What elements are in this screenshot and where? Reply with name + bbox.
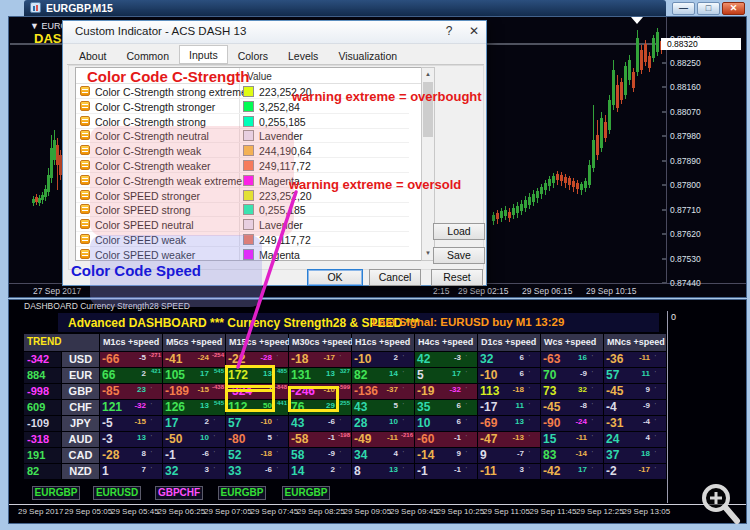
speed-value: 13 [326,369,335,378]
parameter-icon [80,190,90,200]
scroll-up-icon[interactable]: ▲ [422,68,434,81]
cs-value: 34 [354,448,367,463]
speed-tick: ' [655,450,656,456]
max-speed-value: -848 [275,384,287,390]
speed-tick: ' [214,418,215,424]
speed-value: -1 [454,433,461,442]
cs-value: -63 [543,352,560,367]
cs-value: -4 [606,400,617,415]
strength-cell-AUD: -47-13' [478,432,540,447]
symbol-button-eurusd[interactable]: EURUSD [93,486,141,500]
cancel-button[interactable]: Cancel [369,269,421,286]
speed-tick: ' [277,354,278,360]
speed-tick: ' [655,402,656,408]
speed-value: 50 [263,401,272,410]
speed-value: -5 [139,353,146,362]
cs-value: -90 [543,416,560,431]
tab-visualization[interactable]: Visualization [328,46,407,65]
speed-value: -37 [386,385,398,394]
tab-common[interactable]: Common [116,46,179,65]
timestamp: 29 Sep 12:25 [576,507,624,516]
strength-cell-NZD: -2-17' [604,464,666,479]
cs-value: -69 [480,416,497,431]
symbol-button-eurgbp[interactable]: EURGBP [282,486,330,500]
speed-tick: ' [403,418,404,424]
cs-value: -17 [480,400,497,415]
save-button[interactable]: Save [433,247,485,264]
parameter-icon [80,204,90,214]
strength-cell-JPY: -31-4' [604,416,666,431]
strength-cell-CAD: -1-6' [163,448,225,463]
cs-value: -22 [228,352,245,367]
speed-tick: ' [466,370,467,376]
reset-button[interactable]: Reset [431,269,483,286]
speed-tick: ' [655,386,656,392]
speed-value: 6 [520,369,524,378]
speed-value: 14 [389,369,398,378]
color-swatch[interactable] [243,116,254,127]
parameter-value: Magenta [259,249,300,261]
speed-value: 17 [452,369,461,378]
strength-cell-EUR: 13113327 [289,368,351,383]
dialog-title: Custom Indicator - ACS DASH 13 [75,25,246,37]
parameter-icon [80,86,90,96]
speed-tick: ' [277,450,278,456]
speed-tick: ' [466,418,467,424]
symbol-button-eurgbp[interactable]: EURGBP [218,486,266,500]
speed-value: 3 [205,465,209,474]
speed-value: -11 [576,433,587,442]
tab-levels[interactable]: Levels [278,46,328,65]
column-header: MNcs +speed [604,334,666,351]
speed-tick: ' [655,370,656,376]
tab-about[interactable]: About [69,46,116,65]
trend-value: -109 [27,416,49,431]
cs-value: -50 [165,432,182,447]
cs-value: 1 [102,464,109,479]
ok-button[interactable]: OK [307,269,363,286]
speed-value: 8 [142,449,146,458]
timestamp: 29 Sep 13:05 [623,507,671,516]
speed-value: 13 [389,465,398,474]
close-icon[interactable]: ✕ [462,21,486,42]
zoom-icon[interactable] [694,480,746,530]
speed-tick: ' [151,386,152,392]
speed-tick: ' [529,370,530,376]
speed-tick: ' [529,402,530,408]
strength-cell-CAD: -288' [100,448,162,463]
speed-value: -11 [639,353,650,362]
speed-value: 5 [394,401,398,410]
tab-inputs[interactable]: Inputs [179,45,228,64]
cs-value: 76 [291,400,304,415]
color-swatch[interactable] [243,101,254,112]
speed-value: 18 [641,449,650,458]
strength-cell-JPY: 106' [415,416,477,431]
annotation-speed: Color Code Speed [71,262,201,279]
cs-value: -36 [606,352,623,367]
load-button[interactable]: Load [433,223,485,240]
speed-tick: ' [529,386,530,392]
dashboard-scale-separator [667,311,668,503]
cs-value: 42 [417,352,430,367]
help-icon[interactable]: ? [437,21,461,42]
symbol-button-eurgbp[interactable]: EURGBP [32,486,80,500]
cs-value: 24 [606,432,619,447]
strength-cell-EUR: 70-9' [541,368,603,383]
column-header: TREND [24,334,99,351]
speed-value: -11 [387,433,398,442]
max-speed-value: -271 [149,352,161,358]
speed-tick: ' [466,466,467,472]
strength-cell-JPY: 43-6' [289,416,351,431]
speed-tick: ' [529,466,530,472]
symbol-button-gbpchf[interactable]: GBPCHF [155,486,203,500]
last-signal-label: Last Signal: EURUSD buy M1 13:29 [372,316,564,328]
speed-value: 2 [142,369,146,378]
speed-tick: ' [655,354,656,360]
color-swatch[interactable] [243,86,254,97]
cs-highlight-haze [90,126,294,236]
parameter-icon [80,219,90,229]
cs-value: 37 [606,448,619,463]
strength-cell-USD: -18-17' [289,352,351,367]
max-speed-value: 485 [277,368,287,374]
tab-colors[interactable]: Colors [228,46,278,65]
cs-value: -58 [291,432,308,447]
